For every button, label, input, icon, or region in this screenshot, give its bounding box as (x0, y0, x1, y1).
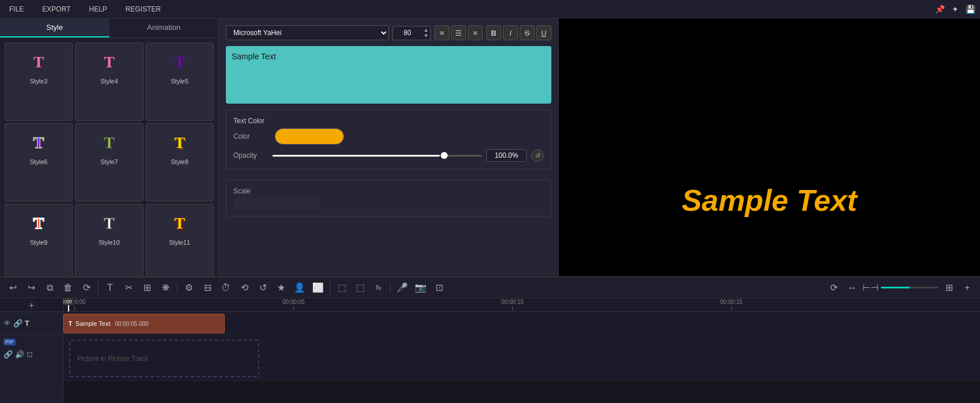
camera-button[interactable]: 📷 (413, 280, 429, 296)
color-swatch[interactable] (275, 128, 344, 145)
add-track-button[interactable]: + (959, 280, 975, 296)
pip-link-icon[interactable]: 🔗 (3, 350, 13, 359)
layout-button[interactable]: ⊟ (199, 280, 215, 296)
grid-button[interactable]: ⊞ (941, 280, 957, 296)
align-right-button[interactable]: ≡ (468, 25, 483, 40)
style-label-style4: Style4 (100, 78, 118, 85)
reset-button[interactable]: ⟳ (78, 280, 94, 296)
menu-help[interactable]: HELP (84, 3, 111, 16)
style-icon-style4: T (94, 48, 123, 77)
timeline-toolbar: ↩ ↪ ⧉ 🗑 ⟳ T ✂ ⊞ ❋ ⚙ ⊟ ⏱ ⟲ ↺ ★ 👤 ⬜ ⬚ ⬚ 8₃… (0, 277, 980, 298)
style-item-style4[interactable]: T Style4 (75, 43, 143, 121)
star-icon[interactable]: ✦ (952, 5, 959, 14)
text-track-clip[interactable]: T Sample Text 00:00:05.000 (63, 314, 225, 333)
star2-button[interactable]: ★ (273, 280, 289, 296)
opacity-input[interactable] (486, 149, 527, 162)
tab-animation[interactable]: Animation (109, 18, 219, 37)
toolbar-separator-4 (390, 282, 391, 294)
scale-label: Scale (233, 187, 544, 195)
menu-bar-right: 📌 ✦ 💾 (935, 5, 975, 14)
timeline-ruler[interactable]: 00:00:00 00:00:05 00:00:10 00:00:15 (63, 298, 980, 312)
person-button[interactable]: 👤 (292, 280, 308, 296)
settings-button[interactable]: ⚙ (181, 280, 197, 296)
pip-track-label-text: Picture in Picture Track (77, 355, 148, 363)
font-row: Microsoft YaHei ▲ ▼ ≡ ☰ ≡ B I S U (226, 25, 551, 40)
screen-button[interactable]: ⬜ (310, 280, 326, 296)
style-label-style3: Style3 (30, 78, 48, 85)
redo-button[interactable]: ↪ (23, 280, 39, 296)
style-item-style8[interactable]: T Style8 (146, 123, 214, 202)
font-size-input[interactable] (393, 26, 422, 39)
italic-button[interactable]: I (503, 25, 518, 40)
tab-style[interactable]: Style (0, 18, 109, 37)
refresh-button[interactable]: ⟳ (826, 280, 842, 296)
pip-button[interactable]: ⊡ (431, 280, 447, 296)
resolution-button[interactable]: 8₃ (370, 280, 387, 296)
ruler-mark-5: 00:00:05 (282, 299, 305, 311)
style-item-style5[interactable]: T Style5 (146, 43, 214, 121)
pip-label-text: PIP (3, 339, 16, 345)
style-icon-style6: T (24, 128, 53, 157)
mic-button[interactable]: 🎤 (394, 280, 410, 296)
undo-button[interactable]: ↩ (5, 280, 21, 296)
add-track-small-button[interactable]: + (26, 299, 37, 311)
sample-text-area[interactable]: Sample Text (226, 46, 551, 104)
underline-button[interactable]: U (536, 25, 551, 40)
timeline-playhead[interactable]: 00:00 (68, 298, 69, 311)
ruler-mark-10: 00:00:10 (501, 299, 524, 311)
style-icon-style10: T (94, 209, 123, 238)
copy-button[interactable]: ⧉ (41, 280, 58, 296)
menu-register[interactable]: REGISTER (121, 3, 165, 16)
color-row: Color (233, 128, 544, 145)
style-icon-style5: T (165, 48, 194, 77)
eye-icon[interactable]: 👁 (3, 319, 11, 328)
fit-button[interactable]: ↔ (844, 280, 860, 296)
style-item-style10[interactable]: T Style10 (75, 204, 143, 282)
style-item-style7[interactable]: T Style7 (75, 123, 143, 202)
loop-button[interactable]: ⟲ (236, 280, 252, 296)
pip-grid-icon[interactable]: ⊡ (27, 350, 33, 359)
style-icon-style11: T (165, 209, 194, 238)
style-item-style9[interactable]: T Style9 (5, 204, 73, 282)
text-track-icon[interactable]: T (25, 319, 29, 328)
timer-button[interactable]: ⏱ (218, 280, 234, 296)
scale-section: Scale (226, 180, 551, 216)
opacity-reset-button[interactable]: ↺ (531, 149, 544, 162)
track-content: 00:00:00 00:00:05 00:00:10 00:00:15 (63, 298, 980, 403)
pip-audio-icon[interactable]: 🔊 (15, 350, 24, 359)
crop-button[interactable]: ⬚ (334, 280, 350, 296)
style-item-style6[interactable]: T Style6 (5, 123, 73, 202)
delete-button[interactable]: 🗑 (60, 280, 76, 296)
pin-icon[interactable]: 📌 (935, 5, 945, 14)
align-left-button[interactable]: ≡ (434, 25, 449, 40)
effect-button[interactable]: ❋ (157, 280, 173, 296)
style-item-style3[interactable]: T Style3 (5, 43, 73, 121)
style-icon-style7: T (94, 128, 123, 157)
split-button[interactable]: ⊞ (139, 280, 155, 296)
text-track-label: 👁 🔗 T (0, 312, 63, 335)
strikethrough-button[interactable]: S (520, 25, 535, 40)
crop2-button[interactable]: ⬚ (352, 280, 368, 296)
style-item-style11[interactable]: T Style11 (146, 204, 214, 282)
save-icon[interactable]: 💾 (966, 5, 975, 14)
undo2-button[interactable]: ↺ (255, 280, 271, 296)
menu-file[interactable]: FILE (5, 3, 28, 16)
style-label-style6: Style6 (30, 158, 48, 165)
fit2-button[interactable]: ⊢⊣ (862, 280, 879, 296)
scale-slider[interactable] (233, 197, 320, 209)
bold-button[interactable]: B (486, 25, 501, 40)
ruler-spacer: + (0, 298, 63, 312)
font-select[interactable]: Microsoft YaHei (226, 25, 389, 40)
zoom-slider[interactable] (881, 287, 939, 288)
opacity-slider[interactable] (273, 155, 482, 157)
menu-export[interactable]: EXPORT (37, 3, 75, 16)
cut-button[interactable]: ✂ (120, 280, 137, 296)
style-tabs: Style Animation (0, 18, 218, 38)
link-icon[interactable]: 🔗 (13, 319, 22, 328)
style-label-style7: Style7 (100, 158, 118, 165)
format-buttons: B I S U (486, 25, 551, 40)
text-tool-button[interactable]: T (102, 280, 118, 296)
track-labels: + 👁 🔗 T PIP 🔗 🔊 ⊡ (0, 298, 63, 403)
opacity-slider-thumb[interactable] (441, 152, 448, 159)
align-center-button[interactable]: ☰ (451, 25, 466, 40)
